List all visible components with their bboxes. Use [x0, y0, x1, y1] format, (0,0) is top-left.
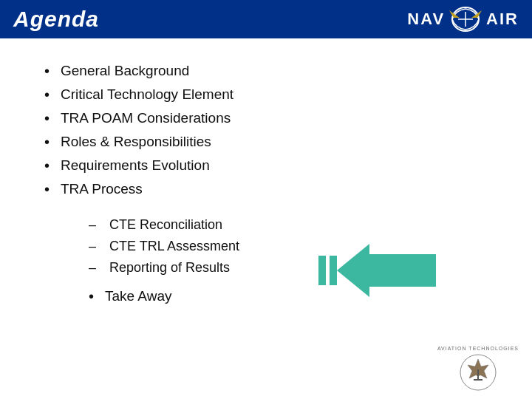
bullet-item-5: Requirements Evolution — [44, 154, 488, 177]
arrow-head-icon — [337, 244, 369, 297]
bullet-item-2: Critical Technology Element — [44, 83, 488, 106]
pause-bar-2 — [330, 256, 337, 285]
pause-bars-icon — [318, 256, 337, 285]
navair-sub-text: AIR — [486, 10, 519, 29]
footer-company-text: AVIATION TECHNOLOGIES — [437, 346, 519, 351]
bullet-item-4: Roles & Responsibilities — [44, 130, 488, 154]
arrow-body-icon — [369, 254, 436, 287]
navair-text: NAV — [407, 10, 445, 29]
main-bullet-list: General Background Critical Technology E… — [44, 59, 488, 201]
pause-bar-1 — [318, 256, 326, 285]
page-title: Agenda — [13, 7, 99, 32]
bullet-item-1: General Background — [44, 59, 488, 83]
footer: AVIATION TECHNOLOGIES — [437, 346, 519, 392]
sub-bullet-item-1: CTE Reconciliation — [89, 214, 488, 236]
main-content: General Background Critical Technology E… — [0, 38, 532, 323]
bullet-item-3: TRA POAM Considerations — [44, 106, 488, 130]
arrow-decoration — [313, 244, 436, 297]
navair-emblem-icon — [448, 4, 483, 34]
navair-logo: NAV AIR — [407, 4, 519, 34]
bullet-item-6: TRA Process — [44, 177, 488, 201]
header-bar: Agenda NAV AIR — [0, 0, 532, 38]
eagle-emblem-icon — [459, 353, 497, 392]
arrow-shape — [337, 244, 436, 297]
